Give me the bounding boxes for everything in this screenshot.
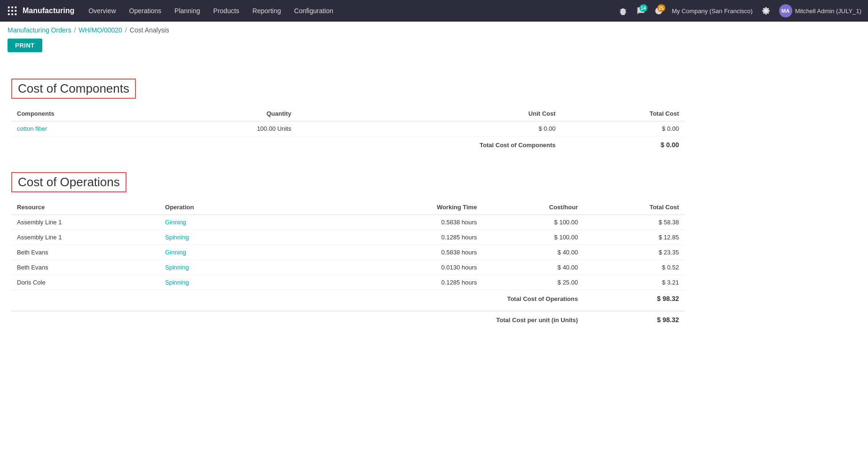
component-unit-cost: $ 0.00 <box>297 121 561 136</box>
component-total-cost: $ 0.00 <box>561 121 685 136</box>
components-total-label: Total Cost of Components <box>297 136 561 154</box>
nav-item-configuration[interactable]: Configuration <box>288 0 340 22</box>
cost-of-operations-title: Cost of Operations <box>18 175 120 190</box>
nav-item-products[interactable]: Products <box>207 0 246 22</box>
user-name: Mitchell Admin (JULY_1) <box>795 8 861 15</box>
ops-resource-4: Doris Cole <box>11 275 159 290</box>
ops-resource-2: Beth Evans <box>11 245 159 260</box>
ops-operation-2[interactable]: Ginning <box>159 245 348 260</box>
ops-cost-per-hour-2: $ 40.00 <box>482 245 584 260</box>
grand-total-table: Total Cost per unit (in Units) $ 98.32 <box>11 311 685 328</box>
app-brand[interactable]: Manufacturing <box>23 7 74 15</box>
operations-total-row: Total Cost of Operations $ 98.32 <box>11 290 685 308</box>
chat-icon-btn[interactable]: 14 <box>633 3 648 18</box>
cost-of-components-header: Cost of Components <box>11 79 136 99</box>
table-row: Assembly Line 1 Spinning 0.1285 hours $ … <box>11 230 685 245</box>
components-total-value: $ 0.00 <box>561 136 685 154</box>
components-total-row: Total Cost of Components $ 0.00 <box>11 136 685 154</box>
col-header-unit-cost: Unit Cost <box>297 106 561 121</box>
activity-icon-btn[interactable]: 25 <box>651 3 666 18</box>
breadcrumb: Manufacturing Orders / WH/MO/00020 / Cos… <box>0 22 868 34</box>
table-row: cotton fiber 100.00 Units $ 0.00 $ 0.00 <box>11 121 685 136</box>
ops-working-time-4: 0.1285 hours <box>348 275 482 290</box>
company-name[interactable]: My Company (San Francisco) <box>672 8 753 15</box>
actions-bar: PRINT <box>0 34 868 60</box>
table-row: Doris Cole Spinning 0.1285 hours $ 25.00… <box>11 275 685 290</box>
ops-resource-1: Assembly Line 1 <box>11 230 159 245</box>
ops-working-time-2: 0.5838 hours <box>348 245 482 260</box>
ops-total-cost-2: $ 23.35 <box>584 245 685 260</box>
nav-item-planning[interactable]: Planning <box>168 0 207 22</box>
table-row: Beth Evans Spinning 0.0130 hours $ 40.00… <box>11 260 685 275</box>
ops-operation-0[interactable]: Ginning <box>159 215 348 230</box>
breadcrumb-current: Cost Analysis <box>130 26 169 34</box>
cost-of-operations-header: Cost of Operations <box>11 172 126 192</box>
app-icon[interactable] <box>4 2 21 19</box>
print-button[interactable]: PRINT <box>8 39 42 52</box>
svg-rect-6 <box>8 14 10 16</box>
svg-rect-5 <box>15 10 17 12</box>
col-header-operation: Operation <box>159 200 348 215</box>
col-header-component: Components <box>11 106 158 121</box>
cost-of-components-title: Cost of Components <box>18 81 129 96</box>
ops-cost-per-hour-3: $ 40.00 <box>482 260 584 275</box>
svg-rect-1 <box>11 7 13 8</box>
ops-resource-3: Beth Evans <box>11 260 159 275</box>
col-header-resource: Resource <box>11 200 159 215</box>
ops-operation-1[interactable]: Spinning <box>159 230 348 245</box>
main-content: Cost of Components Components Quantity U… <box>0 60 696 340</box>
svg-rect-7 <box>11 14 13 16</box>
breadcrumb-sep-2: / <box>125 26 127 34</box>
breadcrumb-link-mo-detail[interactable]: WH/MO/00020 <box>79 26 122 34</box>
svg-rect-0 <box>8 7 10 8</box>
top-navigation: Manufacturing Overview Operations Planni… <box>0 0 868 22</box>
operations-total-value: $ 98.32 <box>584 290 685 308</box>
grand-total-value: $ 98.32 <box>584 311 685 329</box>
operations-total-label: Total Cost of Operations <box>482 290 584 308</box>
svg-rect-4 <box>11 10 13 12</box>
ops-total-cost-1: $ 12.85 <box>584 230 685 245</box>
user-avatar: MA <box>779 4 792 17</box>
ops-working-time-3: 0.0130 hours <box>348 260 482 275</box>
user-menu[interactable]: MA Mitchell Admin (JULY_1) <box>776 4 864 17</box>
ops-working-time-1: 0.1285 hours <box>348 230 482 245</box>
ops-cost-per-hour-4: $ 25.00 <box>482 275 584 290</box>
nav-right: 14 25 My Company (San Francisco) MA Mitc… <box>615 3 864 18</box>
ops-operation-3[interactable]: Spinning <box>159 260 348 275</box>
nav-item-reporting[interactable]: Reporting <box>246 0 288 22</box>
ops-total-cost-0: $ 58.38 <box>584 215 685 230</box>
col-header-working-time: Working Time <box>348 200 482 215</box>
ops-cost-per-hour-1: $ 100.00 <box>482 230 584 245</box>
ops-cost-per-hour-0: $ 100.00 <box>482 215 584 230</box>
svg-rect-2 <box>15 7 17 8</box>
breadcrumb-link-mfg-orders[interactable]: Manufacturing Orders <box>8 26 71 34</box>
settings-icon-btn[interactable] <box>758 3 773 18</box>
cost-of-components-table: Components Quantity Unit Cost Total Cost… <box>11 106 685 153</box>
activity-badge: 25 <box>657 4 665 12</box>
ops-total-cost-3: $ 0.52 <box>584 260 685 275</box>
component-name[interactable]: cotton fiber <box>11 121 158 136</box>
col-header-cost-per-hour: Cost/hour <box>482 200 584 215</box>
debug-icon-btn[interactable] <box>615 3 631 18</box>
cost-of-operations-table: Resource Operation Working Time Cost/hou… <box>11 200 685 307</box>
ops-working-time-0: 0.5838 hours <box>348 215 482 230</box>
component-quantity: 100.00 Units <box>158 121 297 136</box>
breadcrumb-sep-1: / <box>74 26 76 34</box>
nav-item-overview[interactable]: Overview <box>82 0 122 22</box>
ops-resource-0: Assembly Line 1 <box>11 215 159 230</box>
nav-item-operations[interactable]: Operations <box>123 0 168 22</box>
svg-rect-3 <box>8 10 10 12</box>
col-header-total-cost: Total Cost <box>561 106 685 121</box>
col-header-ops-total-cost: Total Cost <box>584 200 685 215</box>
col-header-quantity: Quantity <box>158 106 297 121</box>
table-row: Assembly Line 1 Ginning 0.5838 hours $ 1… <box>11 215 685 230</box>
nav-items: Overview Operations Planning Products Re… <box>82 0 615 22</box>
grand-total-label: Total Cost per unit (in Units) <box>482 311 584 329</box>
chat-badge: 14 <box>639 4 647 12</box>
ops-total-cost-4: $ 3.21 <box>584 275 685 290</box>
svg-rect-8 <box>15 14 17 16</box>
ops-operation-4[interactable]: Spinning <box>159 275 348 290</box>
table-row: Beth Evans Ginning 0.5838 hours $ 40.00 … <box>11 245 685 260</box>
grand-total-row: Total Cost per unit (in Units) $ 98.32 <box>11 311 685 329</box>
